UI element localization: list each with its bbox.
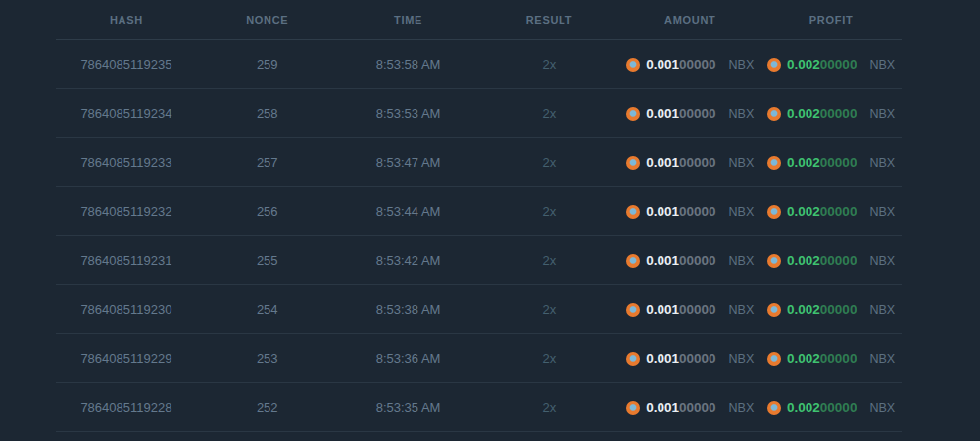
coin-icon bbox=[767, 58, 781, 72]
bet-result: 2x bbox=[478, 253, 619, 268]
table-row[interactable]: 7864085119228 252 8:53:35 AM 2x 0.001000… bbox=[56, 383, 902, 432]
coin-icon bbox=[767, 303, 781, 317]
table-row[interactable]: 7864085119233 257 8:53:47 AM 2x 0.001000… bbox=[56, 138, 902, 187]
amount-currency: NBX bbox=[729, 107, 755, 121]
table-header: HASH NONCE TIME RESULT AMOUNT PROFIT bbox=[56, 0, 902, 40]
coin-icon bbox=[626, 107, 640, 121]
amount-value: 0.001 bbox=[646, 57, 679, 72]
profit-trailing-zeros: 00000 bbox=[820, 204, 858, 219]
bet-amount: 0.00100000 NBX bbox=[619, 400, 760, 415]
bet-result: 2x bbox=[478, 302, 619, 317]
amount-trailing-zeros: 00000 bbox=[679, 155, 716, 170]
column-header-profit: PROFIT bbox=[760, 14, 902, 25]
amount-value: 0.001 bbox=[646, 253, 679, 268]
bet-hash: 7864085119229 bbox=[56, 351, 197, 366]
amount-trailing-zeros: 00000 bbox=[679, 253, 716, 268]
bet-time: 8:53:38 AM bbox=[338, 302, 479, 317]
table-row[interactable]: 7864085119232 256 8:53:44 AM 2x 0.001000… bbox=[56, 187, 902, 236]
amount-trailing-zeros: 00000 bbox=[679, 302, 716, 317]
amount-trailing-zeros: 00000 bbox=[679, 400, 716, 415]
profit-trailing-zeros: 00000 bbox=[820, 253, 858, 268]
profit-trailing-zeros: 00000 bbox=[820, 155, 858, 170]
column-header-amount: AMOUNT bbox=[619, 14, 760, 25]
bet-hash: 7864085119233 bbox=[56, 155, 197, 170]
profit-value: 0.002 bbox=[787, 204, 820, 219]
amount-trailing-zeros: 00000 bbox=[679, 204, 716, 219]
amount-currency: NBX bbox=[729, 156, 755, 170]
bet-time: 8:53:42 AM bbox=[338, 253, 479, 268]
table-row[interactable]: 7864085119229 253 8:53:36 AM 2x 0.001000… bbox=[56, 334, 902, 383]
coin-icon bbox=[767, 156, 781, 170]
bet-hash: 7864085119235 bbox=[56, 57, 197, 72]
profit-value: 0.002 bbox=[787, 57, 820, 72]
bet-profit: 0.00200000 NBX bbox=[760, 57, 902, 72]
profit-currency: NBX bbox=[869, 352, 895, 366]
bet-time: 8:53:35 AM bbox=[338, 400, 479, 415]
coin-icon bbox=[767, 352, 781, 366]
profit-value: 0.002 bbox=[787, 351, 820, 366]
coin-icon bbox=[626, 156, 640, 170]
bet-nonce: 258 bbox=[197, 106, 338, 121]
table-row[interactable]: 7864085119235 259 8:53:58 AM 2x 0.001000… bbox=[56, 40, 902, 89]
bet-nonce: 259 bbox=[197, 57, 338, 72]
bet-hash: 7864085119232 bbox=[56, 204, 197, 219]
bet-nonce: 253 bbox=[197, 351, 338, 366]
bet-nonce: 256 bbox=[197, 204, 338, 219]
coin-icon bbox=[626, 205, 640, 219]
coin-icon bbox=[767, 401, 781, 415]
column-header-time: TIME bbox=[338, 14, 479, 25]
table-row[interactable]: 7864085119231 255 8:53:42 AM 2x 0.001000… bbox=[56, 236, 902, 285]
amount-currency: NBX bbox=[729, 303, 755, 317]
amount-currency: NBX bbox=[729, 352, 755, 366]
amount-currency: NBX bbox=[729, 58, 755, 72]
amount-trailing-zeros: 00000 bbox=[679, 57, 716, 72]
bet-amount: 0.00100000 NBX bbox=[619, 253, 760, 268]
table-body: 7864085119235 259 8:53:58 AM 2x 0.001000… bbox=[56, 40, 902, 432]
table-row[interactable]: 7864085119230 254 8:53:38 AM 2x 0.001000… bbox=[56, 285, 902, 334]
bet-nonce: 257 bbox=[197, 155, 338, 170]
bet-profit: 0.00200000 NBX bbox=[760, 106, 902, 121]
table-row[interactable]: 7864085119234 258 8:53:53 AM 2x 0.001000… bbox=[56, 89, 902, 138]
profit-trailing-zeros: 00000 bbox=[820, 302, 858, 317]
amount-currency: NBX bbox=[729, 401, 755, 415]
bet-result: 2x bbox=[478, 106, 619, 121]
bet-history-table: HASH NONCE TIME RESULT AMOUNT PROFIT 786… bbox=[56, 0, 902, 432]
profit-value: 0.002 bbox=[787, 302, 820, 317]
bet-profit: 0.00200000 NBX bbox=[760, 155, 902, 170]
coin-icon bbox=[626, 352, 640, 366]
coin-icon bbox=[626, 401, 640, 415]
amount-trailing-zeros: 00000 bbox=[679, 351, 716, 366]
amount-currency: NBX bbox=[729, 205, 755, 219]
bet-profit: 0.00200000 NBX bbox=[760, 302, 902, 317]
bet-amount: 0.00100000 NBX bbox=[619, 204, 760, 219]
bet-result: 2x bbox=[478, 155, 619, 170]
bet-profit: 0.00200000 NBX bbox=[760, 204, 902, 219]
bet-hash: 7864085119234 bbox=[56, 106, 197, 121]
bet-nonce: 255 bbox=[197, 253, 338, 268]
profit-currency: NBX bbox=[869, 58, 895, 72]
bet-amount: 0.00100000 NBX bbox=[619, 57, 760, 72]
amount-value: 0.001 bbox=[646, 400, 679, 415]
bet-nonce: 254 bbox=[197, 302, 338, 317]
column-header-hash: HASH bbox=[56, 14, 197, 25]
profit-currency: NBX bbox=[869, 303, 895, 317]
profit-currency: NBX bbox=[869, 205, 895, 219]
profit-currency: NBX bbox=[869, 156, 895, 170]
coin-icon bbox=[626, 58, 640, 72]
coin-icon bbox=[626, 254, 640, 268]
amount-value: 0.001 bbox=[646, 155, 679, 170]
profit-currency: NBX bbox=[869, 107, 895, 121]
bet-time: 8:53:44 AM bbox=[338, 204, 479, 219]
amount-value: 0.001 bbox=[646, 106, 679, 121]
coin-icon bbox=[767, 254, 781, 268]
coin-icon bbox=[767, 205, 781, 219]
profit-value: 0.002 bbox=[787, 253, 820, 268]
profit-trailing-zeros: 00000 bbox=[820, 57, 858, 72]
profit-trailing-zeros: 00000 bbox=[820, 351, 858, 366]
amount-value: 0.001 bbox=[646, 351, 679, 366]
bet-amount: 0.00100000 NBX bbox=[619, 302, 760, 317]
profit-value: 0.002 bbox=[787, 106, 820, 121]
bet-amount: 0.00100000 NBX bbox=[619, 351, 760, 366]
bet-result: 2x bbox=[478, 204, 619, 219]
bet-time: 8:53:47 AM bbox=[338, 155, 479, 170]
